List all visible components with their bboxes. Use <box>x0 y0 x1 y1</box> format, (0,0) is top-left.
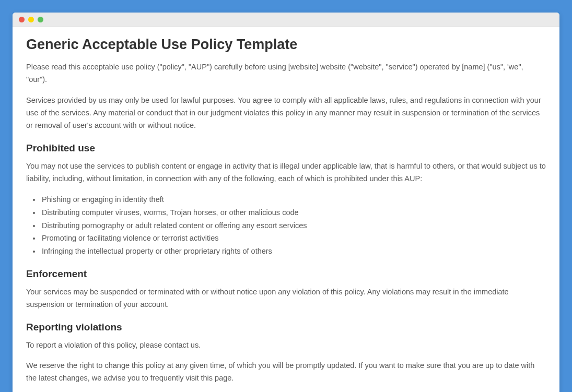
list-item: Distributing computer viruses, worms, Tr… <box>41 206 546 219</box>
minimize-icon[interactable] <box>28 17 34 22</box>
intro-paragraph-1: Please read this acceptable use policy (… <box>26 61 546 86</box>
section-heading-reporting: Reporting violations <box>26 322 546 333</box>
prohibited-paragraph: You may not use the services to publish … <box>26 160 546 185</box>
reporting-paragraph-1: To report a violation of this policy, pl… <box>26 339 546 352</box>
section-heading-enforcement: Enforcement <box>26 268 546 280</box>
list-item: Infringing the intellectual property or … <box>41 245 546 258</box>
intro-paragraph-2: Services provided by us may only be used… <box>26 94 546 132</box>
list-item: Promoting or facilitating violence or te… <box>41 232 546 245</box>
section-heading-prohibited: Prohibited use <box>26 142 546 154</box>
reporting-paragraph-2: We reserve the right to change this poli… <box>26 360 546 385</box>
close-icon[interactable] <box>19 17 25 22</box>
list-item: Phishing or engaging in identity theft <box>41 193 546 206</box>
document-window: Generic Acceptable Use Policy Template P… <box>13 13 559 392</box>
document-content: Generic Acceptable Use Policy Template P… <box>13 27 559 392</box>
prohibited-bullet-list: Phishing or engaging in identity theft D… <box>26 193 546 257</box>
window-titlebar <box>13 13 559 27</box>
maximize-icon[interactable] <box>38 17 43 22</box>
page-title: Generic Acceptable Use Policy Template <box>26 37 546 53</box>
enforcement-paragraph: Your services may be suspended or termin… <box>26 286 546 311</box>
list-item: Distributing pornography or adult relate… <box>41 219 546 232</box>
